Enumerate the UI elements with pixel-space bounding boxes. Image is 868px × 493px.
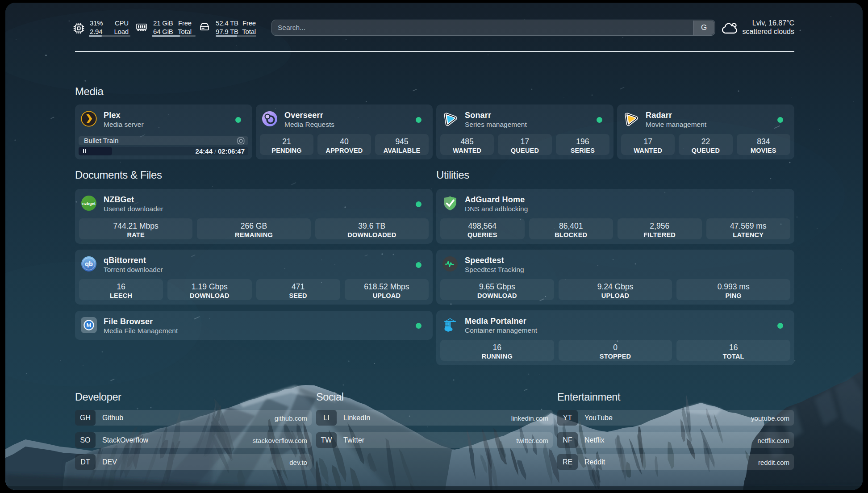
svg-text:qb: qb (85, 260, 93, 267)
svg-text:nzbget: nzbget (82, 201, 96, 206)
